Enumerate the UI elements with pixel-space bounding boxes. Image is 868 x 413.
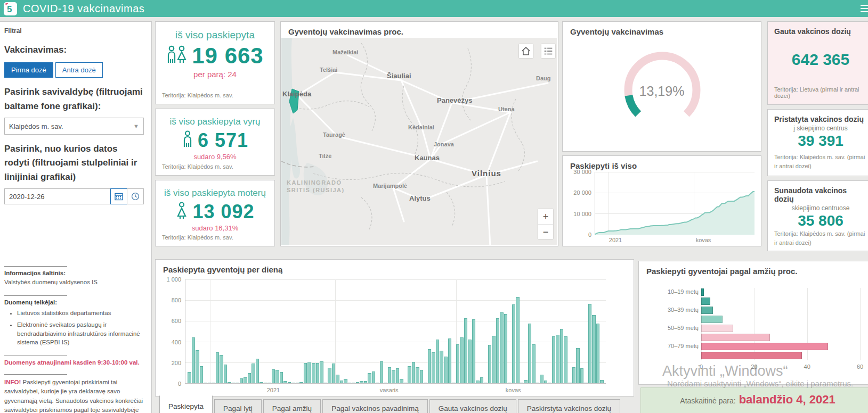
doses-delivered-card: Pristatyta vakcinos dozių į skiepijimo c… — [767, 109, 868, 176]
daily-bar — [464, 318, 468, 383]
age-bar — [701, 316, 723, 323]
legend-icon[interactable] — [541, 44, 555, 58]
map-city-label: Kaunas — [415, 154, 440, 162]
municipality-value: Klaipėdos m. sav. — [9, 122, 63, 130]
daily-bar — [336, 375, 339, 383]
lithuania-map[interactable]: Mažeikiai Telšiai Šiauliai Panevėžys Kla… — [281, 38, 557, 245]
providers-list: Lietuvos statistikos departamentas Elekt… — [17, 309, 144, 347]
daily-bar — [512, 304, 516, 383]
hamburger-icon[interactable] — [857, 2, 868, 15]
first-dose-button[interactable]: Pirma dozė — [4, 62, 53, 78]
age-bar-row — [701, 333, 860, 342]
daily-bar — [208, 383, 212, 383]
daily-bar — [320, 361, 323, 383]
daily-bar — [216, 352, 220, 384]
update-note: Duomenys atnaujinami kasdien 9:30-10:00 … — [4, 359, 144, 366]
doses-received-value: 642 365 — [774, 51, 867, 69]
doses-used-card: Sunaudota vakcinos dozių skiepijimo cent… — [767, 180, 868, 251]
daily-bar — [484, 383, 488, 383]
daily-bar — [516, 297, 520, 383]
y-axis-tick: 0 — [156, 381, 181, 387]
daily-bar — [248, 373, 252, 383]
daily-bar — [259, 382, 263, 383]
info-source-value: Valstybės duomenų valdysenos IS — [4, 278, 144, 287]
x-axis-tick: 2021 — [267, 387, 280, 393]
plus-icon[interactable]: + — [538, 209, 553, 224]
date-input[interactable]: 2020-12-26 — [4, 188, 111, 204]
daily-bar — [236, 383, 239, 383]
doses-delivered-value: 39 391 — [774, 133, 867, 150]
daily-bar — [296, 383, 299, 383]
daily-bar — [588, 304, 592, 383]
divider — [4, 266, 67, 267]
daily-bar — [283, 381, 287, 383]
chart-tabs: PaskiepytaPagal lytįPagal amžiųPagal vak… — [159, 396, 622, 413]
daily-bar — [560, 329, 564, 383]
map-city-label: Klaipėda — [282, 90, 311, 98]
tab-3[interactable]: Pagal amžių — [263, 399, 321, 413]
daily-bar — [444, 357, 448, 383]
daily-bar — [488, 345, 492, 383]
date-heading: Pasirink, nuo kurios datos rodyti (filtr… — [4, 142, 144, 184]
y-axis-tick: 1 000 — [156, 276, 181, 283]
daily-bar — [364, 381, 368, 383]
municipality-heading: Pasirink savivaldybę (filtruojami baltam… — [4, 85, 144, 113]
daily-bar — [312, 363, 315, 383]
daily-bar — [420, 370, 424, 383]
daily-bar — [196, 350, 199, 383]
daily-bar — [192, 337, 196, 383]
daily-bar — [492, 336, 496, 383]
daily-bar — [344, 379, 347, 383]
tab-1[interactable]: Paskiepyta — [159, 395, 213, 413]
map-title: Gyventojų vakcinavimas proc. — [281, 22, 558, 38]
daily-bar — [548, 383, 551, 383]
age-bar — [701, 334, 770, 341]
map-city-label: Alytus — [409, 194, 431, 202]
daily-bar — [224, 365, 228, 383]
daily-bar — [524, 380, 528, 383]
daily-bar — [576, 348, 580, 383]
people-icon — [166, 45, 188, 67]
card-subtitle: į skiepijimo centrus — [774, 125, 867, 132]
daily-bar — [380, 361, 384, 383]
calendar-icon[interactable] — [110, 188, 127, 204]
daily-bar — [544, 381, 548, 383]
y-axis-tick: 10 000 — [563, 211, 591, 217]
minus-icon[interactable]: − — [538, 224, 553, 239]
daily-bar — [564, 336, 567, 383]
daily-bar — [356, 382, 360, 383]
daily-bar — [480, 377, 484, 383]
tab-6[interactable]: Paskirstyta vakcinos dozių — [518, 399, 620, 413]
second-dose-button[interactable]: Antra dozė — [55, 62, 103, 78]
daily-bar — [568, 383, 572, 383]
x-axis-tick: 40 — [804, 364, 810, 370]
card-title: iš viso paskiepyta — [162, 29, 268, 41]
daily-bar — [552, 336, 556, 383]
tab-4[interactable]: Pagal vakcinos pavadinimą — [322, 399, 428, 413]
age-bar-row — [701, 288, 860, 297]
tab-5[interactable]: Gauta vakcinos dozių — [429, 399, 516, 413]
card-title: Pristatyta vakcinos dozių — [774, 115, 867, 123]
filters-panel: Filtrai Vakcinavimas: Pirma dozė Antra d… — [0, 21, 152, 413]
y-axis-tick: 800 — [156, 297, 181, 303]
daily-bar — [572, 367, 576, 383]
age-bar — [701, 307, 713, 314]
daily-bar — [388, 367, 392, 383]
men-share-value: sudaro 9,56% — [162, 153, 268, 161]
gauge-panel: Gyventojų vakcinavimas 13,19% — [562, 21, 761, 152]
daily-bar — [328, 368, 331, 383]
home-icon[interactable] — [519, 44, 533, 58]
daily-bar — [428, 349, 432, 383]
cumulative-chart: 30 00020 00010 0000 2021kovas — [563, 156, 762, 247]
gauge-value: 13,19% — [563, 84, 761, 99]
tab-2[interactable]: Pagal lytį — [214, 399, 262, 413]
clock-icon[interactable] — [127, 188, 144, 204]
daily-bar — [504, 314, 508, 383]
daily-bar — [404, 383, 408, 383]
daily-bar — [352, 383, 355, 383]
total-vaccinated-card: iš viso paskiepyta 19 663 per parą: 24 T… — [155, 21, 275, 104]
divider — [4, 374, 67, 375]
municipality-select[interactable]: Klaipėdos m. sav. ▼ — [4, 118, 144, 135]
territory-note: Teritorija: Klaipėdos m. sav. (pirmai ir… — [774, 153, 867, 170]
daily-bar — [291, 383, 295, 383]
